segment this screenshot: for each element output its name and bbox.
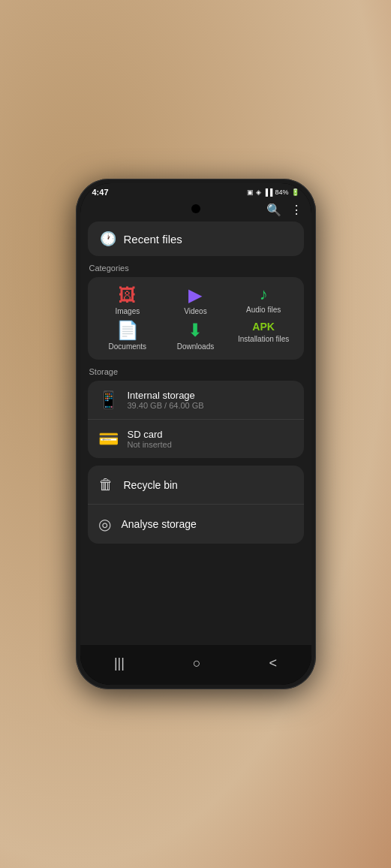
camera-hole	[191, 204, 200, 213]
category-downloads[interactable]: ⬇ Downloads	[169, 321, 221, 351]
recycle-bin-label: Recycle bin	[124, 479, 178, 491]
category-documents[interactable]: 📄 Documents	[101, 321, 154, 351]
category-audio[interactable]: ♪ Audio files	[237, 286, 290, 315]
images-icon: 🖼	[119, 286, 137, 304]
internal-storage-text: Internal storage 39.40 GB / 64.00 GB	[128, 390, 204, 410]
internal-storage-name: Internal storage	[128, 390, 204, 401]
recent-apps-button[interactable]: |||	[99, 653, 140, 674]
downloads-label: Downloads	[177, 342, 214, 351]
recent-files-title: Recent files	[124, 233, 182, 246]
status-bar: 4:47 ▣ ◈ ▐▐ 84% 🔋	[80, 183, 311, 200]
search-button[interactable]: 🔍	[266, 203, 281, 217]
installation-label: Installation files	[238, 335, 289, 343]
sdcard-text: SD card Not inserted	[128, 429, 172, 449]
status-time: 4:47	[92, 188, 109, 197]
status-icons: ▣ ◈ ▐▐ 84% 🔋	[247, 188, 299, 196]
images-label: Images	[115, 307, 140, 315]
sdcard-item[interactable]: 💳 SD card Not inserted	[88, 419, 304, 458]
audio-label: Audio files	[246, 306, 281, 314]
internal-storage-item[interactable]: 📱 Internal storage 39.40 GB / 64.00 GB	[88, 381, 304, 419]
categories-label: Categories	[88, 264, 304, 273]
analyse-storage-icon: ◎	[98, 515, 111, 533]
category-images[interactable]: 🖼 Images	[101, 286, 154, 315]
sdcard-sub: Not inserted	[128, 440, 172, 449]
videos-label: Videos	[184, 307, 206, 315]
categories-grid: 🖼 Images ▶ Videos ♪ Audio files 📄	[88, 277, 304, 360]
recycle-bin-icon: 🗑	[98, 476, 113, 493]
main-content: 🕐 Recent files Categories 🖼 Images ▶ Vid…	[80, 222, 311, 645]
sdcard-name: SD card	[128, 429, 172, 440]
phone-frame: 4:47 ▣ ◈ ▐▐ 84% 🔋 🔍 ⋮ 🕐 Recent files Cat…	[76, 179, 316, 689]
recycle-bin-item[interactable]: 🗑 Recycle bin	[88, 466, 304, 504]
category-videos[interactable]: ▶ Videos	[169, 286, 221, 315]
recent-files-item[interactable]: 🕐 Recent files	[88, 222, 304, 256]
home-button[interactable]: ○	[178, 653, 216, 674]
nav-bar: ||| ○ <	[80, 645, 311, 685]
videos-icon: ▶	[188, 286, 202, 304]
documents-label: Documents	[109, 342, 147, 351]
category-installation[interactable]: APK Installation files	[237, 321, 290, 351]
internal-storage-icon: 📱	[98, 390, 119, 410]
recent-files-icon: 🕐	[100, 231, 116, 247]
categories-row-2: 📄 Documents ⬇ Downloads APK Installation…	[94, 321, 298, 351]
more-options-button[interactable]: ⋮	[290, 203, 302, 217]
battery-text: 84%	[275, 188, 288, 196]
internal-storage-sub: 39.40 GB / 64.00 GB	[128, 401, 204, 410]
downloads-icon: ⬇	[188, 321, 203, 339]
utilities-section: 🗑 Recycle bin ◎ Analyse storage	[88, 466, 304, 544]
analyse-storage-item[interactable]: ◎ Analyse storage	[88, 504, 304, 544]
network-icon: ▐▐	[263, 188, 273, 196]
sdcard-icon: 💳	[98, 429, 119, 449]
signal-icon: ▣	[247, 188, 254, 196]
storage-label: Storage	[88, 367, 304, 376]
categories-row-1: 🖼 Images ▶ Videos ♪ Audio files	[94, 286, 298, 315]
wifi-icon: ◈	[256, 188, 261, 196]
storage-section: 📱 Internal storage 39.40 GB / 64.00 GB 💳…	[88, 381, 304, 458]
phone-screen: 4:47 ▣ ◈ ▐▐ 84% 🔋 🔍 ⋮ 🕐 Recent files Cat…	[80, 183, 311, 685]
analyse-storage-label: Analyse storage	[122, 518, 197, 530]
back-button[interactable]: <	[254, 653, 293, 674]
apk-icon: APK	[252, 321, 275, 332]
audio-icon: ♪	[260, 286, 268, 303]
documents-icon: 📄	[116, 321, 139, 339]
battery-icon: 🔋	[291, 188, 299, 196]
